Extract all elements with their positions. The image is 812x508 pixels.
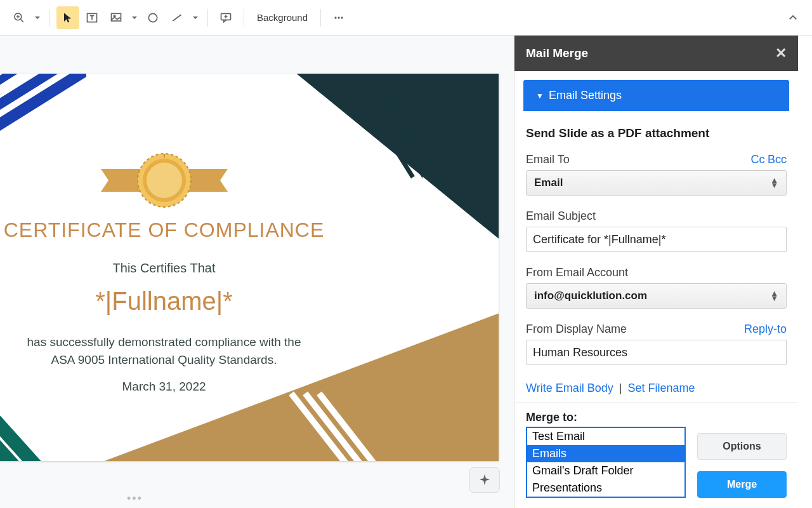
- slide-canvas[interactable]: CERTIFICATE OF COMPLIANCE This Certifies…: [0, 36, 514, 508]
- sort-icon: ▲▼: [770, 291, 778, 301]
- merge-to-list[interactable]: Test EmailEmailsGmail's Draft FolderPres…: [526, 427, 686, 498]
- certificate-body: has successfully demonstrated compliance…: [0, 333, 331, 368]
- slide[interactable]: CERTIFICATE OF COMPLIANCE This Certifies…: [0, 74, 499, 461]
- email-to-select[interactable]: Email ▲▼: [526, 170, 787, 196]
- explore-button[interactable]: [469, 467, 500, 493]
- email-settings-accordion[interactable]: ▼ Email Settings: [523, 80, 789, 111]
- shape-tool[interactable]: [141, 6, 164, 29]
- image-tool[interactable]: [105, 6, 128, 29]
- separator: [244, 9, 244, 27]
- cc-link[interactable]: Cc: [751, 153, 765, 166]
- svg-point-12: [334, 17, 336, 18]
- panel-body: Send Slide as a PDF attachment Email To …: [514, 111, 798, 403]
- select-tool[interactable]: [56, 6, 79, 29]
- reply-to-link[interactable]: Reply-to: [744, 323, 787, 336]
- svg-point-7: [148, 13, 157, 22]
- svg-point-14: [341, 17, 343, 18]
- background-button[interactable]: Background: [251, 6, 314, 29]
- accordion-label: Email Settings: [549, 89, 622, 102]
- line-tool[interactable]: [166, 6, 188, 29]
- merge-to-option[interactable]: Emails: [527, 445, 684, 462]
- section-heading: Send Slide as a PDF attachment: [526, 126, 787, 140]
- email-subject-input[interactable]: [526, 227, 787, 252]
- resize-handle[interactable]: •••: [127, 492, 143, 505]
- more-button[interactable]: [327, 6, 350, 29]
- certificate-title: CERTIFICATE OF COMPLIANCE: [0, 218, 331, 242]
- zoom-button[interactable]: [8, 6, 30, 29]
- mail-merge-panel: Mail Merge ✕ ▼ Email Settings Send Slide…: [514, 36, 798, 508]
- collapse-toolbar-button[interactable]: [782, 6, 804, 29]
- email-to-label: Email To: [526, 153, 570, 166]
- svg-line-8: [173, 15, 181, 21]
- separator: [207, 9, 208, 27]
- set-filename-link[interactable]: Set Filename: [627, 382, 695, 394]
- panel-title-bar: Mail Merge ✕: [514, 36, 798, 71]
- merge-to-option[interactable]: Presentations: [527, 479, 684, 497]
- comment-button[interactable]: [214, 6, 237, 29]
- display-name-label: From Display Name: [526, 323, 627, 336]
- certificate-content: CERTIFICATE OF COMPLIANCE This Certifies…: [0, 112, 331, 394]
- certificate-recipient: *|Fullname|*: [0, 287, 331, 316]
- certificate-body-line: has successfully demonstrated compliance…: [0, 333, 331, 351]
- merge-bar: Merge to: Test EmailEmailsGmail's Draft …: [514, 403, 798, 508]
- panel-title: Mail Merge: [526, 46, 588, 60]
- from-account-select[interactable]: info@quicklution.com ▲▼: [526, 283, 787, 309]
- email-to-value: Email: [534, 177, 563, 189]
- caret-down-icon: ▼: [536, 91, 544, 100]
- line-dropdown[interactable]: [190, 6, 201, 29]
- merge-to-option[interactable]: Gmail's Draft Folder: [527, 462, 684, 479]
- decoration: [289, 389, 416, 461]
- from-account-label: From Email Account: [526, 266, 787, 279]
- sort-icon: ▲▼: [770, 178, 778, 188]
- svg-point-13: [337, 17, 339, 18]
- merge-button[interactable]: Merge: [697, 471, 787, 498]
- text-box-tool[interactable]: [81, 6, 103, 29]
- from-account-value: info@quicklution.com: [534, 290, 647, 302]
- zoom-dropdown[interactable]: [32, 6, 43, 29]
- close-icon[interactable]: ✕: [775, 45, 787, 62]
- options-button[interactable]: Options: [697, 433, 787, 460]
- bcc-link[interactable]: Bcc: [768, 153, 787, 166]
- write-email-body-link[interactable]: Write Email Body: [526, 382, 613, 394]
- image-dropdown[interactable]: [129, 6, 140, 29]
- svg-rect-24: [357, 74, 422, 178]
- certificate-subtitle: This Certifies That: [0, 261, 331, 276]
- certificate-date: March 31, 2022: [0, 380, 331, 394]
- certificate-body-line: ASA 9005 International Quality Standards…: [0, 351, 331, 369]
- merge-to-label: Merge to:: [526, 411, 787, 424]
- toolbar: Background: [0, 0, 812, 36]
- display-name-input[interactable]: [526, 340, 787, 365]
- email-subject-label: Email Subject: [526, 210, 787, 223]
- merge-to-option[interactable]: Test Email: [527, 428, 684, 445]
- svg-point-35: [147, 163, 182, 198]
- separator: [320, 9, 321, 27]
- badge-seal: [88, 150, 240, 207]
- separator: |: [619, 382, 622, 394]
- svg-line-1: [21, 19, 23, 22]
- separator: [49, 9, 50, 27]
